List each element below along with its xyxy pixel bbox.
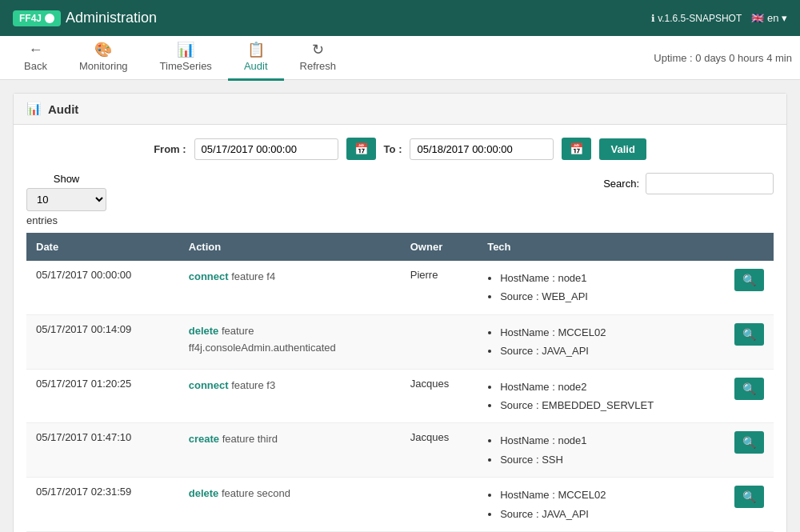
cell-date: 05/17/2017 01:47:10 xyxy=(26,423,179,478)
to-calendar-button[interactable]: 📅 xyxy=(562,138,591,160)
search-label: Search: xyxy=(603,178,639,190)
table-header-row: Date Action Owner Tech xyxy=(26,233,774,261)
audit-icon: 📋 xyxy=(247,41,265,58)
cell-owner xyxy=(401,314,478,369)
cell-owner: Jacques xyxy=(401,369,478,423)
monitoring-icon: 🎨 xyxy=(94,41,112,58)
nav-monitoring[interactable]: 🎨 Monitoring xyxy=(63,34,144,81)
nav-refresh-label: Refresh xyxy=(300,60,337,72)
show-label: Show xyxy=(26,173,106,185)
tech-item: Source : WEB_API xyxy=(500,287,715,306)
cell-action: create feature third xyxy=(179,423,401,478)
cell-owner: Jacques xyxy=(401,423,478,478)
action-rest: feature f3 xyxy=(229,379,276,391)
nav-timeseries-label: TimeSeries xyxy=(160,60,212,72)
cell-tech: HostName : node1Source : WEB_API xyxy=(478,261,725,314)
col-date: Date xyxy=(26,233,179,261)
cell-owner: Pierre xyxy=(401,261,478,314)
cell-zoom: 🔍 xyxy=(725,423,774,478)
cell-tech: HostName : node1Source : SSH xyxy=(478,423,725,478)
action-rest: feature second xyxy=(218,487,290,499)
action-keyword: connect xyxy=(189,270,229,282)
table-row: 05/17/2017 02:31:59delete feature second… xyxy=(26,478,774,532)
action-extra: ff4j.consoleAdmin.authenticated xyxy=(189,342,336,354)
tech-item: Source : SSH xyxy=(500,450,715,469)
nav-left: ← Back 🎨 Monitoring 📊 TimeSeries 📋 Audit… xyxy=(8,34,352,81)
action-keyword: delete xyxy=(189,487,219,499)
tech-item: Source : JAVA_API xyxy=(500,342,715,360)
from-calendar-button[interactable]: 📅 xyxy=(346,138,376,160)
action-keyword: delete xyxy=(189,325,219,337)
zoom-button[interactable]: 🔍 xyxy=(734,486,764,508)
tech-item: HostName : node1 xyxy=(500,431,715,450)
uptime-display: Uptime : 0 days 0 hours 4 min xyxy=(654,52,792,64)
show-entries-select[interactable]: 10 25 50 100 xyxy=(26,188,106,211)
logo-text: FF4J xyxy=(19,13,42,24)
col-owner: Owner xyxy=(401,233,478,261)
nav-refresh[interactable]: ↻ Refresh xyxy=(284,34,353,81)
cell-action: delete featureff4j.consoleAdmin.authenti… xyxy=(179,314,401,369)
valid-button[interactable]: Valid xyxy=(599,138,646,160)
nav-monitoring-label: Monitoring xyxy=(79,60,128,72)
date-filter-row: From : 📅 To : 📅 Valid xyxy=(26,138,774,160)
cell-action: connect feature f4 xyxy=(179,261,401,314)
top-header: FF4J Administration ℹ v.1.6.5-SNAPSHOT 🇬… xyxy=(0,0,800,36)
audit-bar-icon: 📊 xyxy=(26,102,42,116)
cell-zoom: 🔍 xyxy=(725,261,774,314)
cell-tech: HostName : MCCEL02Source : JAVA_API xyxy=(478,478,725,532)
search-input[interactable] xyxy=(646,173,774,194)
table-row: 05/17/2017 01:47:10create feature thirdJ… xyxy=(26,423,774,478)
cell-action: delete feature second xyxy=(179,478,401,532)
tech-item: HostName : node2 xyxy=(500,378,715,396)
tech-item: Source : JAVA_API xyxy=(500,505,715,523)
from-date-input[interactable] xyxy=(194,138,338,160)
col-tech: Tech xyxy=(478,233,725,261)
table-row: 05/17/2017 00:14:09delete featureff4j.co… xyxy=(26,314,774,369)
tech-item: HostName : MCCEL02 xyxy=(500,323,715,342)
cell-date: 05/17/2017 00:14:09 xyxy=(26,314,179,369)
table-row: 05/17/2017 01:20:25connect feature f3Jac… xyxy=(26,369,774,423)
lang-selector[interactable]: 🇬🇧 en ▾ xyxy=(751,12,787,24)
brand-logo: FF4J xyxy=(13,10,61,26)
cell-tech: HostName : node2Source : EMBEDDED_SERVLE… xyxy=(478,369,725,423)
cell-date: 05/17/2017 01:20:25 xyxy=(26,369,179,423)
action-rest: feature xyxy=(218,325,254,337)
zoom-button[interactable]: 🔍 xyxy=(734,323,764,346)
version-info: ℹ v.1.6.5-SNAPSHOT xyxy=(651,13,742,24)
cell-date: 05/17/2017 00:00:00 xyxy=(26,261,179,314)
cell-tech: HostName : MCCEL02Source : JAVA_API xyxy=(478,314,725,369)
action-rest: feature third xyxy=(219,433,278,445)
nav-audit[interactable]: 📋 Audit xyxy=(228,34,284,81)
nav-back-label: Back xyxy=(24,60,47,72)
zoom-button[interactable]: 🔍 xyxy=(734,431,764,454)
zoom-button[interactable]: 🔍 xyxy=(734,378,764,400)
action-rest: feature f4 xyxy=(229,270,276,282)
audit-panel-title: Audit xyxy=(48,102,78,116)
toggle-dot xyxy=(45,14,54,23)
refresh-icon: ↻ xyxy=(312,41,324,58)
app-title: Administration xyxy=(66,10,651,26)
nav-timeseries[interactable]: 📊 TimeSeries xyxy=(144,34,228,81)
to-label: To : xyxy=(384,143,402,155)
search-block: Search: xyxy=(603,173,774,194)
cell-zoom: 🔍 xyxy=(725,369,774,423)
action-keyword: connect xyxy=(189,379,229,391)
to-date-input[interactable] xyxy=(410,138,554,160)
audit-panel-header: 📊 Audit xyxy=(14,94,786,125)
cell-zoom: 🔍 xyxy=(725,314,774,369)
cell-owner xyxy=(401,478,478,532)
col-actions xyxy=(725,233,774,261)
col-action: Action xyxy=(179,233,401,261)
action-keyword: create xyxy=(189,433,219,445)
table-row: 05/17/2017 00:00:00connect feature f4Pie… xyxy=(26,261,774,314)
audit-panel-body: From : 📅 To : 📅 Valid Show 10 25 50 100 xyxy=(14,125,786,532)
nav-audit-label: Audit xyxy=(244,60,268,72)
back-icon: ← xyxy=(28,42,42,58)
zoom-button[interactable]: 🔍 xyxy=(734,269,764,291)
cell-zoom: 🔍 xyxy=(725,478,774,532)
nav-back[interactable]: ← Back xyxy=(8,35,63,81)
tech-item: HostName : node1 xyxy=(500,269,715,287)
tech-item: HostName : MCCEL02 xyxy=(500,486,715,504)
cell-date: 05/17/2017 02:31:59 xyxy=(26,478,179,532)
nav-bar: ← Back 🎨 Monitoring 📊 TimeSeries 📋 Audit… xyxy=(0,36,800,80)
